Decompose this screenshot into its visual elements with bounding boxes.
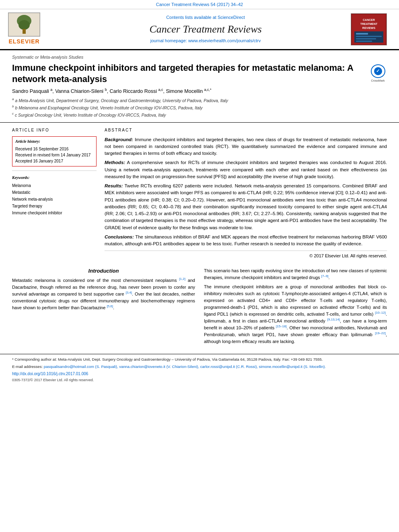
keyword-5: Immune checkpoint inhibitor <box>12 210 97 216</box>
background-label: Background: <box>105 137 133 142</box>
article-section: Systematic or Meta-analysis Studies Immu… <box>0 50 399 118</box>
corresponding-detail: Meta-Analysis Unit, Dept. Surgery Oncolo… <box>58 357 323 362</box>
elsevier-text: ELSEVIER <box>8 38 39 46</box>
article-info-header: ARTICLE INFO <box>12 127 97 133</box>
background-text: Immune checkpoint inhibitors and targete… <box>105 137 387 156</box>
article-title: Immune checkpoint inhibitors and targete… <box>12 62 361 84</box>
conclusions-label: Conclusions: <box>105 234 134 239</box>
journal-header: ELSEVIER Contents lists available at Sci… <box>0 9 399 50</box>
conclusions-text: The simultaneous inhibition of BRAF and … <box>105 234 387 246</box>
email-list: pasqualisandro@hotmail.com (S. Pasquali)… <box>44 364 326 369</box>
copyright-notice: © 2017 Elsevier Ltd. All rights reserved… <box>105 251 387 259</box>
intro-para-1: Metastatic melanoma is considered one of… <box>12 277 195 311</box>
results-text: Twelve RCTs enrolling 6207 patients were… <box>105 183 387 230</box>
intro-left-text: Metastatic melanoma is considered one of… <box>12 277 195 311</box>
keywords-text: Melanoma Metastatic Network meta-analysi… <box>12 182 97 216</box>
intro-right-text: This scenario has been rapidly evolving … <box>204 267 387 345</box>
doi-link[interactable]: http://dx.doi.org/10.1016/j.ctrv.2017.01… <box>12 371 387 377</box>
accepted-date: Accepted 16 January 2017 <box>15 158 93 164</box>
crossmark-badge[interactable]: ✓ CrossMark <box>369 64 387 82</box>
left-column: ARTICLE INFO Article history: Received 1… <box>12 127 97 259</box>
keyword-4: Targeted therapy <box>12 203 97 210</box>
affiliations: a a Meta-Analysis Unit, Department of Su… <box>12 97 387 118</box>
keywords-block: Keywords: Melanoma Metastatic Network me… <box>12 175 97 216</box>
article-type: Systematic or Meta-analysis Studies <box>12 54 387 60</box>
divider-1 <box>12 170 97 171</box>
top-bar: Cancer Treatment Reviews 54 (2017) 34–42 <box>0 0 399 9</box>
contents-available: Contents lists available at ScienceDirec… <box>60 14 351 21</box>
journal-citation: Cancer Treatment Reviews 54 (2017) 34–42 <box>156 2 243 7</box>
keyword-1: Melanoma <box>12 182 97 189</box>
abstract-background: Background: Immune checkpoint inhibitors… <box>105 136 387 157</box>
authors: Sandro Pasquali a, Vanna Chiarion-Sileni… <box>12 87 387 95</box>
svg-rect-13 <box>356 38 376 39</box>
abstract-methods: Methods: A comprehensive search for RCTs… <box>105 159 387 180</box>
sciencedirect-link[interactable]: ScienceDirect <box>218 15 245 20</box>
footnote-text: * Corresponding author at: Meta-Analysis… <box>12 357 387 370</box>
results-label: Results: <box>105 183 123 188</box>
abstract-results: Results: Twelve RCTs enrolling 6207 pati… <box>105 183 387 231</box>
svg-text:REVIEWS: REVIEWS <box>362 27 376 29</box>
body-right-col: This scenario has been rapidly evolving … <box>204 267 387 348</box>
journal-cover-image: CANCER TREATMENT REVIEWS <box>351 13 387 45</box>
journal-header-center: Contents lists available at ScienceDirec… <box>60 14 351 44</box>
body-two-col: Introduction Metastatic melanoma is cons… <box>12 267 387 348</box>
article-history-text: Received 16 September 2016 Received in r… <box>15 146 93 164</box>
ref-9-13-14: [9,13,14] <box>327 318 340 321</box>
crossmark-check-icon: ✓ <box>376 68 380 74</box>
right-column: ABSTRACT Background: Immune checkpoint i… <box>105 127 387 259</box>
body-left-col: Introduction Metastatic melanoma is cons… <box>12 267 195 348</box>
keyword-3: Network meta-analysis <box>12 196 97 203</box>
introduction-title: Introduction <box>12 267 195 275</box>
corresponding-author: * Corresponding author at: Meta-Analysis… <box>12 357 387 362</box>
received-date: Received 16 September 2016 <box>15 146 93 152</box>
revised-date: Received in revised form 14 January 2017 <box>15 152 93 158</box>
page: Cancer Treatment Reviews 54 (2017) 34–42 <box>0 0 399 532</box>
svg-text:TREATMENT: TREATMENT <box>360 23 378 25</box>
authors-text: Sandro Pasquali a, Vanna Chiarion-Sileni… <box>12 88 212 94</box>
intro-right-para-2: The immune checkpoint inhibitors are a g… <box>204 283 387 345</box>
crossmark-inner: ✓ <box>374 67 382 75</box>
svg-text:CANCER: CANCER <box>363 18 375 21</box>
crossmark-circle: ✓ <box>371 64 385 78</box>
journal-title: Cancer Treatment Reviews <box>60 22 351 37</box>
article-title-row: Immune checkpoint inhibitors and targete… <box>12 62 387 84</box>
abstract-conclusions: Conclusions: The simultaneous inhibition… <box>105 234 387 248</box>
svg-point-2 <box>19 20 30 30</box>
ref-15-18: [15–18] <box>276 325 287 328</box>
article-history-block: Article history: Received 16 September 2… <box>12 136 97 166</box>
email-addresses: E-mail addresses: pasqualisandro@hotmail… <box>12 364 387 370</box>
affiliation-b: b b Melanoma and Esophageal Oncology Uni… <box>12 104 387 111</box>
abstract-header: ABSTRACT <box>105 127 387 133</box>
svg-rect-12 <box>356 36 382 37</box>
svg-rect-3 <box>23 29 26 34</box>
journal-homepage: journal homepage: www.elsevierhealth.com… <box>60 38 351 44</box>
intro-right-para-1: This scenario has been rapidly evolving … <box>204 267 387 281</box>
email-label: E-mail addresses: <box>12 364 43 369</box>
elsevier-tree-image <box>8 12 40 37</box>
keyword-2: Metastatic <box>12 189 97 196</box>
elsevier-logo: ELSEVIER <box>8 12 40 46</box>
body-section: Introduction Metastatic melanoma is cons… <box>0 263 399 352</box>
svg-rect-11 <box>356 33 368 35</box>
issn-text: 0305-7372/© 2017 Elsevier Ltd. All right… <box>12 378 387 383</box>
affiliation-c: c c Surgical Oncology Unit, Veneto Insti… <box>12 111 387 118</box>
article-history-title: Article history: <box>15 139 93 144</box>
keywords-title: Keywords: <box>12 175 97 181</box>
affiliation-a: a a Meta-Analysis Unit, Department of Su… <box>12 97 387 103</box>
svg-rect-14 <box>356 41 372 42</box>
homepage-url[interactable]: www.elsevierhealth.com/journals/ctrv <box>188 38 261 43</box>
ref-19-22: [19–22] <box>375 332 386 335</box>
ref-3-4: [3,4] <box>125 291 132 294</box>
methods-label: Methods: <box>105 160 125 165</box>
ref-7-9: [7–9] <box>321 274 329 278</box>
footnote-section: * Corresponding author at: Meta-Analysis… <box>0 354 399 384</box>
crossmark-label: CrossMark <box>371 79 385 83</box>
ref-5-6: [5,6] <box>107 304 113 308</box>
abstract-text: Background: Immune checkpoint inhibitors… <box>105 136 387 248</box>
methods-text: A comprehensive search for RCTs of immun… <box>105 160 387 179</box>
ref-1-2: [1,2] <box>179 277 185 281</box>
journal-logo-area: ELSEVIER <box>8 12 60 46</box>
ref-10-12: [10–12] <box>375 311 386 314</box>
corresponding-label: * Corresponding author at: <box>12 357 57 362</box>
